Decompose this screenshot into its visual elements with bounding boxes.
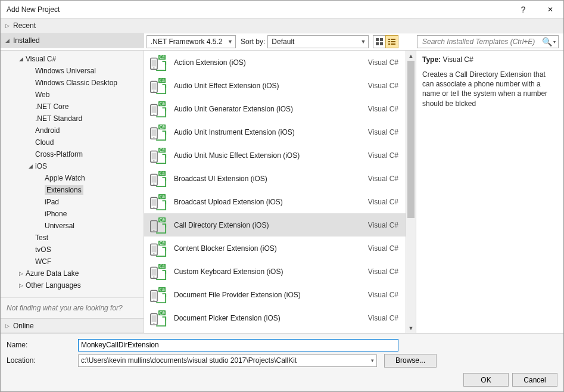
svg-rect-58 xyxy=(152,269,157,275)
template-row[interactable]: C#Audio Unit Generator Extension (iOS)Vi… xyxy=(144,97,406,120)
template-row[interactable]: C#Call Directory Extension (iOS)Visual C… xyxy=(144,213,406,237)
tree-item-label: Cross-Platform xyxy=(35,150,83,158)
category-tree[interactable]: ◢Visual C#▷Windows Universal▷Windows Cla… xyxy=(1,51,144,297)
chevron-right-icon: ▷ xyxy=(5,323,10,329)
svg-rect-9 xyxy=(391,43,395,45)
svg-point-54 xyxy=(154,253,155,254)
tree-item[interactable]: ▷Other Languages xyxy=(1,279,144,291)
template-name: Content Blocker Extension (iOS) xyxy=(174,244,368,253)
section-recent-label: Recent xyxy=(13,21,36,30)
tree-item[interactable]: ▷Universal xyxy=(1,220,144,232)
section-online[interactable]: ▷ Online xyxy=(1,318,144,333)
template-icon: C# xyxy=(149,193,167,211)
tree-item[interactable]: ▷Cloud xyxy=(1,136,144,148)
template-list[interactable]: C#Action Extension (iOS)Visual C#C#Audio… xyxy=(144,51,406,333)
template-row[interactable]: C#Document File Provider Extension (iOS)… xyxy=(144,283,406,306)
tree-item-label: Universal xyxy=(45,222,74,230)
tree-item[interactable]: ▷.NET Core xyxy=(1,101,144,113)
close-button[interactable]: ✕ xyxy=(537,1,563,18)
tree-item[interactable]: ▷Web xyxy=(1,89,144,101)
tree-item-label: Other Languages xyxy=(26,281,81,290)
template-row[interactable]: C#Audio Unit Effect Extension (iOS)Visua… xyxy=(144,74,406,97)
name-input[interactable] xyxy=(78,339,398,351)
chevron-right-icon: ▷ xyxy=(5,23,10,29)
tree-item-label: WCF xyxy=(35,257,51,266)
framework-dropdown[interactable]: .NET Framework 4.5.2 ▼ xyxy=(147,35,236,48)
template-name: Document Picker Extension (iOS) xyxy=(174,314,368,322)
location-label: Location: xyxy=(7,356,78,365)
tree-item[interactable]: ▷Extensions xyxy=(1,184,144,196)
scrollbar[interactable]: ▲ ▼ xyxy=(406,51,416,333)
tree-item[interactable]: ▷.NET Standard xyxy=(1,113,144,125)
section-installed[interactable]: ◢ Installed xyxy=(1,33,144,48)
svg-rect-28 xyxy=(152,129,157,136)
template-row[interactable]: C#Broadcast Upload Extension (iOS)Visual… xyxy=(144,190,406,213)
svg-text:C#: C# xyxy=(159,170,164,176)
tree-item-label: Windows Universal xyxy=(35,67,96,75)
svg-text:C#: C# xyxy=(159,54,164,60)
tree-item[interactable]: ▷iPhone xyxy=(1,208,144,220)
window-title: Add New Project xyxy=(7,5,510,14)
scroll-thumb[interactable] xyxy=(407,61,415,218)
svg-point-24 xyxy=(154,113,155,114)
tree-item[interactable]: ▷tvOS xyxy=(1,244,144,256)
tree-item[interactable]: ▷iPad xyxy=(1,196,144,208)
svg-text:C#: C# xyxy=(159,147,164,153)
template-name: Audio Unit Instrument Extension (iOS) xyxy=(174,128,368,136)
sortby-dropdown[interactable]: Default ▼ xyxy=(267,35,369,48)
template-lang: Visual C# xyxy=(368,105,398,113)
template-name: Action Extension (iOS) xyxy=(174,58,368,67)
svg-text:C#: C# xyxy=(159,263,164,269)
ok-button[interactable]: OK xyxy=(463,373,509,387)
svg-rect-33 xyxy=(152,153,157,159)
svg-rect-43 xyxy=(152,199,157,206)
template-row[interactable]: C#Document Picker Extension (iOS)Visual … xyxy=(144,306,406,329)
tree-item[interactable]: ◢iOS xyxy=(1,160,144,172)
template-lang: Visual C# xyxy=(368,82,398,90)
template-icon: C# xyxy=(149,263,167,281)
tree-item-label: .NET Core xyxy=(35,102,68,111)
scroll-down-icon[interactable]: ▼ xyxy=(406,323,416,333)
template-row[interactable]: C#Audio Unit Music Effect Extension (iOS… xyxy=(144,144,406,167)
template-row[interactable]: C#Action Extension (iOS)Visual C# xyxy=(144,51,406,74)
tree-item-label: Visual C# xyxy=(26,55,56,63)
tree-item-label: Apple Watch xyxy=(45,174,85,182)
tree-item[interactable]: ▷WCF xyxy=(1,256,144,267)
help-button[interactable]: ? xyxy=(510,1,537,18)
template-lang: Visual C# xyxy=(368,198,398,206)
template-row[interactable]: C#Broadcast UI Extension (iOS)Visual C# xyxy=(144,167,406,190)
tree-item[interactable]: ▷Azure Data Lake xyxy=(1,267,144,279)
template-row[interactable]: C#Custom Keyboard Extension (iOS)Visual … xyxy=(144,260,406,283)
tree-item[interactable]: ▷Windows Classic Desktop xyxy=(1,77,144,89)
tree-item[interactable]: ◢Visual C# xyxy=(1,53,144,65)
scroll-up-icon[interactable]: ▲ xyxy=(406,51,416,61)
view-grid-button[interactable] xyxy=(373,35,386,48)
browse-button[interactable]: Browse... xyxy=(384,354,437,368)
tree-item-label: iOS xyxy=(35,162,47,170)
template-lang: Visual C# xyxy=(368,175,398,183)
search-input-container[interactable]: 🔍 ▾ xyxy=(417,35,559,48)
tree-item[interactable]: ▷Test xyxy=(1,232,144,244)
svg-rect-0 xyxy=(376,38,379,41)
search-input[interactable] xyxy=(421,37,540,46)
svg-text:C#: C# xyxy=(159,240,164,245)
tree-item[interactable]: ▷Apple Watch xyxy=(1,172,144,184)
svg-rect-13 xyxy=(152,60,157,66)
template-row[interactable]: C#Content Blocker Extension (iOS)Visual … xyxy=(144,237,406,260)
template-row[interactable]: C#Audio Unit Instrument Extension (iOS)V… xyxy=(144,120,406,144)
template-lang: Visual C# xyxy=(368,291,398,299)
template-icon: C# xyxy=(149,77,167,95)
chevron-down-icon: ◢ xyxy=(17,56,24,62)
cancel-button[interactable]: Cancel xyxy=(512,373,557,387)
section-recent[interactable]: ▷ Recent xyxy=(1,18,563,33)
tree-item[interactable]: ▷Android xyxy=(1,125,144,136)
tree-item-label: Extensions xyxy=(45,185,83,195)
template-name: Document File Provider Extension (iOS) xyxy=(174,291,368,299)
template-lang: Visual C# xyxy=(368,151,398,160)
location-dropdown[interactable]: c:\Users\kevin mullins\documents\visual … xyxy=(78,354,377,367)
view-list-button[interactable] xyxy=(385,35,398,48)
svg-text:C#: C# xyxy=(159,217,164,222)
not-finding-link[interactable]: Not finding what you are looking for? xyxy=(1,297,144,318)
tree-item[interactable]: ▷Cross-Platform xyxy=(1,148,144,160)
tree-item[interactable]: ▷Windows Universal xyxy=(1,65,144,77)
